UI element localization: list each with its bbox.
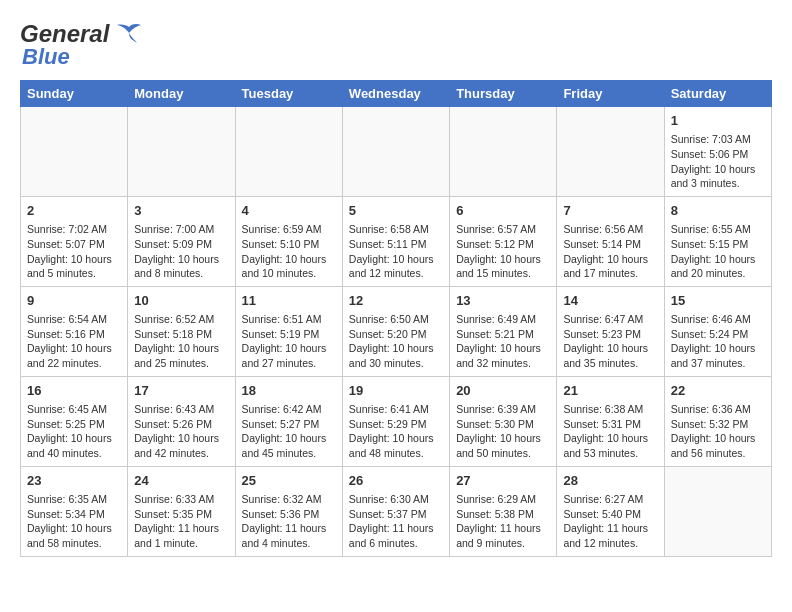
calendar-cell: 9Sunrise: 6:54 AM Sunset: 5:16 PM Daylig… bbox=[21, 286, 128, 376]
weekday-header-wednesday: Wednesday bbox=[342, 81, 449, 107]
calendar-cell: 10Sunrise: 6:52 AM Sunset: 5:18 PM Dayli… bbox=[128, 286, 235, 376]
day-number: 12 bbox=[349, 292, 443, 310]
day-detail: Sunrise: 6:52 AM Sunset: 5:18 PM Dayligh… bbox=[134, 312, 228, 371]
day-detail: Sunrise: 6:42 AM Sunset: 5:27 PM Dayligh… bbox=[242, 402, 336, 461]
calendar-cell: 18Sunrise: 6:42 AM Sunset: 5:27 PM Dayli… bbox=[235, 376, 342, 466]
logo-bird-icon bbox=[115, 23, 143, 45]
calendar-cell: 21Sunrise: 6:38 AM Sunset: 5:31 PM Dayli… bbox=[557, 376, 664, 466]
weekday-header-monday: Monday bbox=[128, 81, 235, 107]
day-detail: Sunrise: 6:30 AM Sunset: 5:37 PM Dayligh… bbox=[349, 492, 443, 551]
day-number: 8 bbox=[671, 202, 765, 220]
day-number: 14 bbox=[563, 292, 657, 310]
day-detail: Sunrise: 6:41 AM Sunset: 5:29 PM Dayligh… bbox=[349, 402, 443, 461]
calendar-cell: 5Sunrise: 6:58 AM Sunset: 5:11 PM Daylig… bbox=[342, 196, 449, 286]
day-detail: Sunrise: 7:02 AM Sunset: 5:07 PM Dayligh… bbox=[27, 222, 121, 281]
weekday-header-saturday: Saturday bbox=[664, 81, 771, 107]
day-detail: Sunrise: 6:50 AM Sunset: 5:20 PM Dayligh… bbox=[349, 312, 443, 371]
logo-blue-line: Blue bbox=[22, 44, 70, 70]
weekday-header-friday: Friday bbox=[557, 81, 664, 107]
week-row-5: 23Sunrise: 6:35 AM Sunset: 5:34 PM Dayli… bbox=[21, 466, 772, 556]
calendar-cell: 2Sunrise: 7:02 AM Sunset: 5:07 PM Daylig… bbox=[21, 196, 128, 286]
calendar: SundayMondayTuesdayWednesdayThursdayFrid… bbox=[20, 80, 772, 557]
day-number: 28 bbox=[563, 472, 657, 490]
logo: General Blue bbox=[20, 20, 143, 70]
day-detail: Sunrise: 6:38 AM Sunset: 5:31 PM Dayligh… bbox=[563, 402, 657, 461]
calendar-cell bbox=[557, 107, 664, 197]
calendar-cell: 11Sunrise: 6:51 AM Sunset: 5:19 PM Dayli… bbox=[235, 286, 342, 376]
day-detail: Sunrise: 6:57 AM Sunset: 5:12 PM Dayligh… bbox=[456, 222, 550, 281]
week-row-2: 2Sunrise: 7:02 AM Sunset: 5:07 PM Daylig… bbox=[21, 196, 772, 286]
weekday-header-sunday: Sunday bbox=[21, 81, 128, 107]
day-detail: Sunrise: 6:27 AM Sunset: 5:40 PM Dayligh… bbox=[563, 492, 657, 551]
calendar-cell bbox=[235, 107, 342, 197]
day-number: 26 bbox=[349, 472, 443, 490]
day-detail: Sunrise: 6:46 AM Sunset: 5:24 PM Dayligh… bbox=[671, 312, 765, 371]
week-row-3: 9Sunrise: 6:54 AM Sunset: 5:16 PM Daylig… bbox=[21, 286, 772, 376]
week-row-1: 1Sunrise: 7:03 AM Sunset: 5:06 PM Daylig… bbox=[21, 107, 772, 197]
day-detail: Sunrise: 6:29 AM Sunset: 5:38 PM Dayligh… bbox=[456, 492, 550, 551]
calendar-cell: 19Sunrise: 6:41 AM Sunset: 5:29 PM Dayli… bbox=[342, 376, 449, 466]
day-number: 10 bbox=[134, 292, 228, 310]
day-detail: Sunrise: 6:45 AM Sunset: 5:25 PM Dayligh… bbox=[27, 402, 121, 461]
weekday-header-tuesday: Tuesday bbox=[235, 81, 342, 107]
calendar-cell: 7Sunrise: 6:56 AM Sunset: 5:14 PM Daylig… bbox=[557, 196, 664, 286]
calendar-cell: 12Sunrise: 6:50 AM Sunset: 5:20 PM Dayli… bbox=[342, 286, 449, 376]
day-number: 2 bbox=[27, 202, 121, 220]
day-number: 19 bbox=[349, 382, 443, 400]
calendar-cell: 17Sunrise: 6:43 AM Sunset: 5:26 PM Dayli… bbox=[128, 376, 235, 466]
calendar-cell: 3Sunrise: 7:00 AM Sunset: 5:09 PM Daylig… bbox=[128, 196, 235, 286]
day-number: 3 bbox=[134, 202, 228, 220]
day-number: 5 bbox=[349, 202, 443, 220]
day-number: 13 bbox=[456, 292, 550, 310]
day-number: 25 bbox=[242, 472, 336, 490]
day-detail: Sunrise: 7:00 AM Sunset: 5:09 PM Dayligh… bbox=[134, 222, 228, 281]
day-number: 11 bbox=[242, 292, 336, 310]
day-number: 21 bbox=[563, 382, 657, 400]
calendar-cell: 25Sunrise: 6:32 AM Sunset: 5:36 PM Dayli… bbox=[235, 466, 342, 556]
day-number: 4 bbox=[242, 202, 336, 220]
day-number: 22 bbox=[671, 382, 765, 400]
calendar-cell: 23Sunrise: 6:35 AM Sunset: 5:34 PM Dayli… bbox=[21, 466, 128, 556]
day-number: 15 bbox=[671, 292, 765, 310]
day-number: 18 bbox=[242, 382, 336, 400]
day-number: 23 bbox=[27, 472, 121, 490]
calendar-cell: 24Sunrise: 6:33 AM Sunset: 5:35 PM Dayli… bbox=[128, 466, 235, 556]
day-number: 6 bbox=[456, 202, 550, 220]
calendar-cell: 6Sunrise: 6:57 AM Sunset: 5:12 PM Daylig… bbox=[450, 196, 557, 286]
day-detail: Sunrise: 6:51 AM Sunset: 5:19 PM Dayligh… bbox=[242, 312, 336, 371]
calendar-cell: 14Sunrise: 6:47 AM Sunset: 5:23 PM Dayli… bbox=[557, 286, 664, 376]
weekday-header-thursday: Thursday bbox=[450, 81, 557, 107]
calendar-cell bbox=[664, 466, 771, 556]
calendar-cell: 20Sunrise: 6:39 AM Sunset: 5:30 PM Dayli… bbox=[450, 376, 557, 466]
week-row-4: 16Sunrise: 6:45 AM Sunset: 5:25 PM Dayli… bbox=[21, 376, 772, 466]
day-detail: Sunrise: 6:32 AM Sunset: 5:36 PM Dayligh… bbox=[242, 492, 336, 551]
calendar-cell bbox=[342, 107, 449, 197]
day-detail: Sunrise: 6:36 AM Sunset: 5:32 PM Dayligh… bbox=[671, 402, 765, 461]
day-number: 17 bbox=[134, 382, 228, 400]
calendar-cell bbox=[21, 107, 128, 197]
calendar-cell: 26Sunrise: 6:30 AM Sunset: 5:37 PM Dayli… bbox=[342, 466, 449, 556]
weekday-header-row: SundayMondayTuesdayWednesdayThursdayFrid… bbox=[21, 81, 772, 107]
day-detail: Sunrise: 6:43 AM Sunset: 5:26 PM Dayligh… bbox=[134, 402, 228, 461]
calendar-cell: 27Sunrise: 6:29 AM Sunset: 5:38 PM Dayli… bbox=[450, 466, 557, 556]
calendar-cell: 1Sunrise: 7:03 AM Sunset: 5:06 PM Daylig… bbox=[664, 107, 771, 197]
calendar-cell bbox=[450, 107, 557, 197]
calendar-cell: 16Sunrise: 6:45 AM Sunset: 5:25 PM Dayli… bbox=[21, 376, 128, 466]
day-detail: Sunrise: 6:59 AM Sunset: 5:10 PM Dayligh… bbox=[242, 222, 336, 281]
header: General Blue bbox=[20, 20, 772, 70]
day-number: 7 bbox=[563, 202, 657, 220]
day-number: 20 bbox=[456, 382, 550, 400]
calendar-cell: 22Sunrise: 6:36 AM Sunset: 5:32 PM Dayli… bbox=[664, 376, 771, 466]
day-detail: Sunrise: 6:33 AM Sunset: 5:35 PM Dayligh… bbox=[134, 492, 228, 551]
day-detail: Sunrise: 6:55 AM Sunset: 5:15 PM Dayligh… bbox=[671, 222, 765, 281]
day-detail: Sunrise: 6:56 AM Sunset: 5:14 PM Dayligh… bbox=[563, 222, 657, 281]
day-detail: Sunrise: 6:54 AM Sunset: 5:16 PM Dayligh… bbox=[27, 312, 121, 371]
day-detail: Sunrise: 6:49 AM Sunset: 5:21 PM Dayligh… bbox=[456, 312, 550, 371]
calendar-cell: 4Sunrise: 6:59 AM Sunset: 5:10 PM Daylig… bbox=[235, 196, 342, 286]
calendar-cell: 28Sunrise: 6:27 AM Sunset: 5:40 PM Dayli… bbox=[557, 466, 664, 556]
calendar-cell bbox=[128, 107, 235, 197]
day-detail: Sunrise: 7:03 AM Sunset: 5:06 PM Dayligh… bbox=[671, 132, 765, 191]
calendar-cell: 13Sunrise: 6:49 AM Sunset: 5:21 PM Dayli… bbox=[450, 286, 557, 376]
calendar-cell: 8Sunrise: 6:55 AM Sunset: 5:15 PM Daylig… bbox=[664, 196, 771, 286]
day-number: 9 bbox=[27, 292, 121, 310]
